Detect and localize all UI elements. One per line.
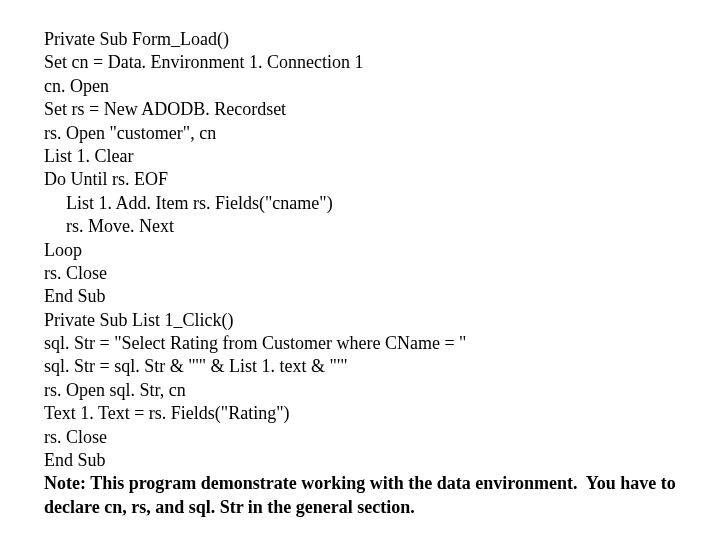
- code-line: rs. Close: [44, 262, 720, 285]
- code-line: sql. Str = sql. Str & "'" & List 1. text…: [44, 355, 720, 378]
- code-line: sql. Str = "Select Rating from Customer …: [44, 332, 720, 355]
- code-line: Set rs = New ADODB. Recordset: [44, 98, 720, 121]
- code-line: rs. Open "customer", cn: [44, 122, 720, 145]
- code-line: Set cn = Data. Environment 1. Connection…: [44, 51, 720, 74]
- code-line: Text 1. Text = rs. Fields("Rating"): [44, 402, 720, 425]
- note-text: Note: This program demonstrate working w…: [44, 472, 684, 519]
- code-line: List 1. Clear: [44, 145, 720, 168]
- code-line: rs. Close: [44, 426, 720, 449]
- code-line: End Sub: [44, 285, 720, 308]
- code-line: List 1. Add. Item rs. Fields("cname"): [44, 192, 720, 215]
- code-line: End Sub: [44, 449, 720, 472]
- code-line: rs. Move. Next: [44, 215, 720, 238]
- code-listing-page: Private Sub Form_Load() Set cn = Data. E…: [0, 0, 720, 519]
- code-line: Private Sub Form_Load(): [44, 28, 720, 51]
- code-line: Loop: [44, 239, 720, 262]
- code-line: rs. Open sql. Str, cn: [44, 379, 720, 402]
- code-line: Private Sub List 1_Click(): [44, 309, 720, 332]
- code-line: Do Until rs. EOF: [44, 168, 720, 191]
- code-line: cn. Open: [44, 75, 720, 98]
